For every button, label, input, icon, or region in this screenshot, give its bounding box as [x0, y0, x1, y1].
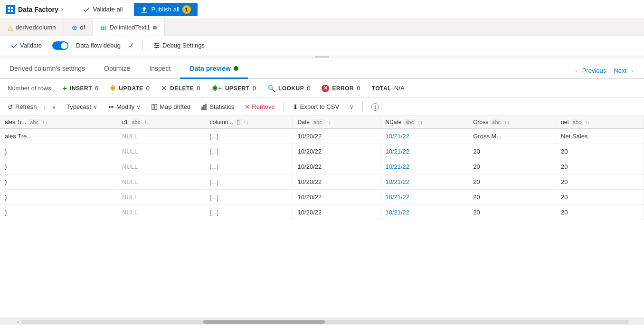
typecast-button[interactable]: Typecast ∨: [63, 101, 101, 112]
col-header-4[interactable]: NDate abc ↑↓: [380, 116, 468, 129]
svg-rect-11: [152, 104, 154, 109]
stat-error: ✕ ERROR 0: [322, 85, 360, 92]
info-icon: i: [371, 103, 379, 111]
typecast-dropdown-icon: ∨: [93, 104, 97, 110]
publish-all-button[interactable]: Publish all 1: [134, 3, 197, 16]
tab-df-label: df: [80, 24, 85, 31]
sort-icon-4[interactable]: ↑↓: [417, 119, 423, 125]
remove-x-icon: ✕: [245, 103, 250, 110]
refresh-dropdown-icon: ∨: [52, 104, 56, 110]
table-header-row: ales Tr... abc ↑↓ c1 abc ↑↓ column...: [0, 116, 644, 129]
remove-button[interactable]: ✕ Remove: [241, 101, 278, 112]
preview-active-dot: [234, 66, 238, 71]
sort-icon-2[interactable]: ↑↓: [244, 119, 249, 125]
refresh-dropdown-button[interactable]: ∨: [48, 102, 60, 112]
svg-rect-15: [206, 104, 207, 109]
debug-toggle[interactable]: [52, 41, 68, 50]
next-button[interactable]: Next →: [614, 67, 635, 74]
tab-delimitedtext1[interactable]: ⊞ DelimitedText1: [93, 19, 164, 36]
tab-optimize[interactable]: Optimize: [95, 59, 140, 79]
tab-preview[interactable]: Data preview: [180, 59, 247, 79]
cell-r4-c1: NULL: [117, 190, 205, 205]
scroll-track[interactable]: [21, 320, 629, 324]
sort-icon-0[interactable]: ↑↓: [42, 119, 47, 125]
cell-r0-c5: Gross M...: [468, 129, 556, 144]
derived-icon: △: [8, 24, 13, 31]
tabs-row: △ derivedcolumn ⊕ df ⊞ DelimitedText1: [0, 19, 644, 36]
svg-rect-12: [155, 104, 157, 109]
map-drifted-button[interactable]: Map drifted: [147, 101, 194, 112]
insert-val: 6: [95, 85, 98, 92]
prev-arrow-icon: ←: [574, 67, 580, 74]
export-dropdown-button[interactable]: ∨: [346, 102, 358, 112]
table-row: )NULL[...]10/20/2210/21/222020: [0, 144, 644, 159]
data-toolbar: ↺ Refresh | ∨ Typecast ∨ Modify ∨ Map dr…: [0, 98, 644, 116]
upsert-val: 0: [253, 85, 256, 92]
export-icon: ⬇: [293, 103, 298, 111]
modify-label: Modify: [116, 103, 134, 110]
export-dropdown-icon: ∨: [350, 104, 354, 110]
modify-dropdown-icon: ∨: [136, 104, 141, 110]
validate-button[interactable]: Validate: [8, 40, 45, 51]
col-header-6[interactable]: net abc ↑↓: [556, 116, 644, 129]
cell-r1-c6: 20: [556, 144, 644, 159]
export-csv-button[interactable]: ⬇ Export to CSV: [289, 101, 343, 113]
data-table-container[interactable]: ales Tr... abc ↑↓ c1 abc ↑↓ column...: [0, 116, 644, 318]
tab-settings[interactable]: Derived column's settings: [0, 59, 95, 79]
refresh-label: Refresh: [15, 103, 37, 110]
modify-button[interactable]: Modify ∨: [104, 101, 144, 112]
delete-icon: ✕: [161, 84, 167, 93]
refresh-button[interactable]: ↺ Refresh: [4, 101, 41, 113]
typecast-label: Typecast: [66, 103, 91, 110]
top-bar: Data Factory › Validate all Publish all …: [0, 0, 644, 19]
cell-r5-c0: ): [0, 205, 117, 220]
table-row: )NULL[...]10/20/2210/21/222020: [0, 159, 644, 174]
sort-icon-6[interactable]: ↑↓: [585, 119, 590, 125]
update-label: UPDATE: [119, 85, 143, 92]
stat-update: ✱ UPDATE 0: [110, 84, 150, 93]
scroll-left-arrow[interactable]: ‹: [15, 319, 21, 325]
cell-r0-c1: NULL: [117, 129, 205, 144]
table-row: )NULL[...]10/20/2210/21/222020: [0, 190, 644, 205]
table-body: ales Tre...NULL[...]10/20/2210/21/22Gros…: [0, 129, 644, 220]
col-header-5[interactable]: Gross abc ↑↓: [468, 116, 556, 129]
modify-icon: [108, 104, 114, 110]
stat-total: TOTAL N/A: [372, 85, 405, 92]
tab-inspect[interactable]: Inspect: [140, 59, 180, 79]
col-header-0[interactable]: ales Tr... abc ↑↓: [0, 116, 117, 129]
error-label: ERROR: [332, 85, 354, 92]
dt-sep-1: |: [44, 103, 45, 110]
tab-derivedcolumn[interactable]: △ derivedcolumn: [0, 19, 64, 36]
col-header-2[interactable]: column... [] ↑↓: [205, 116, 293, 129]
cell-r4-c0: ): [0, 190, 117, 205]
cell-r1-c4: 10/21/22: [380, 144, 468, 159]
map-drifted-label: Map drifted: [160, 103, 190, 110]
sort-icon-3[interactable]: ↑↓: [326, 119, 331, 125]
stat-delete: ✕ DELETE 0: [161, 84, 200, 93]
cell-r0-c4: 10/21/22: [380, 129, 468, 144]
svg-rect-14: [204, 105, 205, 110]
info-button[interactable]: i: [368, 101, 383, 113]
statistics-button[interactable]: Statistics: [197, 101, 238, 112]
lookup-label: LOOKUP: [278, 85, 304, 92]
sort-icon-1[interactable]: ↑↓: [144, 119, 149, 125]
col-header-3[interactable]: Date abc ↑↓: [293, 116, 380, 129]
cell-r2-c2: [...]: [205, 159, 293, 174]
tab-df[interactable]: ⊕ df: [64, 19, 94, 36]
validate-label: Validate: [20, 42, 42, 49]
statistics-icon: [201, 104, 208, 110]
insert-label: INSERT: [70, 85, 92, 92]
brand-label: Data Factory: [18, 6, 58, 13]
upsert-icon: ✱+: [212, 84, 222, 93]
validate-all-label: Validate all: [93, 6, 123, 13]
debug-settings-button[interactable]: Debug Settings: [150, 40, 208, 51]
cell-r5-c4: 10/21/22: [380, 205, 468, 220]
validate-all-button[interactable]: Validate all: [79, 4, 127, 15]
sort-icon-5[interactable]: ↑↓: [504, 119, 510, 125]
cell-r3-c4: 10/21/22: [380, 174, 468, 190]
cell-r3-c2: [...]: [205, 174, 293, 190]
previous-button[interactable]: ← Previous: [574, 67, 606, 74]
total-label: TOTAL: [372, 85, 391, 92]
col-header-1[interactable]: c1 abc ↑↓: [117, 116, 205, 129]
cell-r2-c4: 10/21/22: [380, 159, 468, 174]
